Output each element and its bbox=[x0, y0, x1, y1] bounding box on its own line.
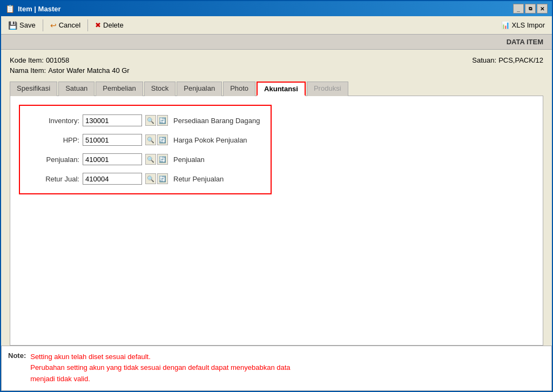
satuan-value: PCS,PACK/12 bbox=[498, 56, 543, 64]
retur-jual-desc: Retur Penjualan bbox=[173, 175, 224, 183]
tab-photo-label: Photo bbox=[230, 84, 248, 92]
retur-jual-refresh-icon[interactable]: 🔄 bbox=[157, 173, 168, 184]
title-bar-controls: _ ⧉ ✕ bbox=[513, 4, 548, 13]
tab-penjualan-label: Penjualan bbox=[184, 84, 215, 92]
tab-spesifikasi-label: Spesifikasi bbox=[17, 84, 50, 92]
inventory-icons: 🔍 🔄 bbox=[145, 115, 168, 126]
xls-label: XLS Impor bbox=[512, 21, 545, 29]
tab-satuan-label: Satuan bbox=[65, 84, 87, 92]
tab-produksi: Produksi bbox=[307, 82, 348, 96]
penjualan-label: Penjualan: bbox=[31, 156, 79, 164]
save-icon: 💾 bbox=[8, 21, 17, 30]
xls-icon: 📊 bbox=[501, 21, 510, 29]
retur-jual-input[interactable] bbox=[83, 173, 142, 185]
delete-button[interactable]: ✖ Delete bbox=[90, 18, 129, 32]
note-line3: menjadi tidak valid. bbox=[30, 374, 290, 385]
item-info-row-1: Kode Item: 001058 Satuan: PCS,PACK/12 bbox=[10, 56, 543, 64]
hpp-refresh-icon[interactable]: 🔄 bbox=[157, 134, 168, 145]
note-line2: Perubahan setting akun yang tidak sesuai… bbox=[30, 362, 290, 374]
note-area: Note: Setting akun telah diset sesuai de… bbox=[1, 346, 552, 391]
note-content: Note: Setting akun telah diset sesuai de… bbox=[8, 352, 545, 385]
minimize-button[interactable]: _ bbox=[513, 4, 524, 13]
tab-photo[interactable]: Photo bbox=[223, 82, 255, 96]
inventory-refresh-icon[interactable]: 🔄 bbox=[157, 115, 168, 126]
title-bar-left: 📋 Item | Master bbox=[5, 4, 61, 13]
hpp-label: HPP: bbox=[31, 136, 79, 144]
tabs-container: Spesifikasi Satuan Pembelian Stock Penju… bbox=[10, 81, 543, 96]
hpp-input[interactable] bbox=[83, 134, 142, 146]
retur-jual-label: Retur Jual: bbox=[31, 175, 79, 183]
penjualan-icons: 🔍 🔄 bbox=[145, 154, 168, 165]
close-button[interactable]: ✕ bbox=[537, 4, 548, 13]
field-row-penjualan: Penjualan: 🔍 🔄 Penjualan bbox=[31, 153, 260, 165]
maximize-button[interactable]: ⧉ bbox=[525, 4, 536, 13]
cancel-icon: ↩ bbox=[50, 21, 57, 30]
item-info-row-2: Nama Item: Astor Wafer Matcha 40 Gr bbox=[10, 66, 543, 75]
note-line1: Setting akun telah diset sesuai default. bbox=[30, 352, 290, 363]
tab-content-akuntansi: Inventory: 🔍 🔄 Persediaan Barang Dagang … bbox=[10, 96, 543, 346]
nama-label: Nama Item: bbox=[10, 66, 46, 75]
section-header: DATA ITEM bbox=[1, 35, 552, 50]
section-header-text: DATA ITEM bbox=[507, 38, 543, 46]
hpp-desc: Harga Pokok Penjualan bbox=[173, 136, 247, 144]
tab-stock-label: Stock bbox=[151, 84, 169, 92]
toolbar: 💾 Save ↩ Cancel ✖ Delete 📊 XLS Impor bbox=[1, 16, 552, 35]
save-button[interactable]: 💾 Save bbox=[3, 18, 41, 32]
window-title: Item | Master bbox=[18, 5, 61, 13]
nama-value: Astor Wafer Matcha 40 Gr bbox=[48, 66, 130, 75]
hpp-search-icon[interactable]: 🔍 bbox=[145, 134, 156, 145]
xls-import-button[interactable]: 📊 XLS Impor bbox=[496, 18, 550, 32]
tab-stock[interactable]: Stock bbox=[144, 82, 176, 96]
retur-jual-icons: 🔍 🔄 bbox=[145, 173, 168, 184]
hpp-icons: 🔍 🔄 bbox=[145, 134, 168, 145]
inventory-input[interactable] bbox=[83, 114, 142, 126]
note-text: Setting akun telah diset sesuai default.… bbox=[30, 352, 290, 385]
toolbar-separator-1 bbox=[43, 19, 43, 31]
tab-akuntansi-label: Akuntansi bbox=[264, 85, 298, 93]
inventory-desc: Persediaan Barang Dagang bbox=[173, 117, 260, 125]
tab-akuntansi[interactable]: Akuntansi bbox=[257, 82, 306, 96]
tab-spesifikasi[interactable]: Spesifikasi bbox=[10, 82, 57, 96]
note-label: Note: bbox=[8, 352, 26, 385]
penjualan-search-icon[interactable]: 🔍 bbox=[145, 154, 156, 165]
satuan-info: Satuan: PCS,PACK/12 bbox=[472, 56, 543, 64]
retur-jual-search-icon[interactable]: 🔍 bbox=[145, 173, 156, 184]
akuntansi-fields-box: Inventory: 🔍 🔄 Persediaan Barang Dagang … bbox=[19, 105, 272, 194]
inventory-search-icon[interactable]: 🔍 bbox=[145, 115, 156, 126]
penjualan-desc: Penjualan bbox=[173, 156, 205, 164]
field-row-inventory: Inventory: 🔍 🔄 Persediaan Barang Dagang bbox=[31, 114, 260, 126]
tab-penjualan[interactable]: Penjualan bbox=[177, 82, 222, 96]
field-row-retur-jual: Retur Jual: 🔍 🔄 Retur Penjualan bbox=[31, 173, 260, 185]
tab-pembelian-label: Pembelian bbox=[103, 84, 136, 92]
toolbar-right: 📊 XLS Impor bbox=[496, 18, 550, 32]
window-icon: 📋 bbox=[5, 4, 15, 13]
kode-value: 001058 bbox=[46, 56, 69, 64]
tab-pembelian[interactable]: Pembelian bbox=[96, 82, 143, 96]
cancel-label: Cancel bbox=[59, 21, 80, 29]
cancel-button[interactable]: ↩ Cancel bbox=[45, 18, 85, 32]
penjualan-refresh-icon[interactable]: 🔄 bbox=[157, 154, 168, 165]
main-window: 📋 Item | Master _ ⧉ ✕ 💾 Save ↩ Cancel ✖ … bbox=[0, 0, 553, 392]
tab-produksi-label: Produksi bbox=[314, 84, 341, 92]
satuan-label: Satuan: bbox=[472, 56, 496, 64]
delete-icon: ✖ bbox=[95, 21, 101, 29]
title-bar: 📋 Item | Master _ ⧉ ✕ bbox=[1, 1, 552, 16]
delete-label: Delete bbox=[103, 21, 124, 29]
penjualan-input[interactable] bbox=[83, 153, 142, 165]
kode-label: Kode Item: bbox=[10, 56, 44, 64]
field-row-hpp: HPP: 🔍 🔄 Harga Pokok Penjualan bbox=[31, 134, 260, 146]
toolbar-separator-2 bbox=[87, 19, 88, 31]
save-label: Save bbox=[19, 21, 36, 29]
content-area: Kode Item: 001058 Satuan: PCS,PACK/12 Na… bbox=[1, 50, 552, 391]
inventory-label: Inventory: bbox=[31, 117, 79, 125]
tab-satuan[interactable]: Satuan bbox=[58, 82, 95, 96]
